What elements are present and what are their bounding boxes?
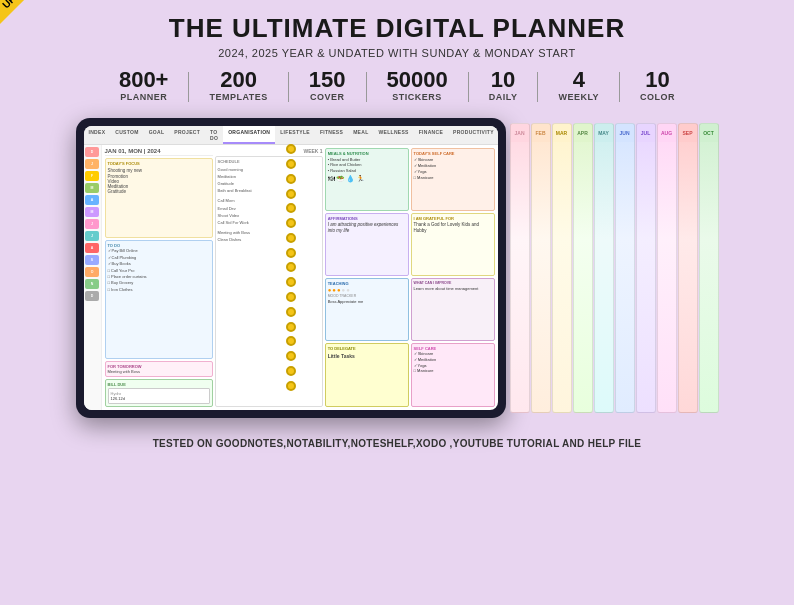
teaching-label: TEACHING: [328, 281, 406, 286]
subtitle: 2024, 2025 YEAR & UNDATED WITH SUNDAY & …: [0, 47, 794, 59]
stat-daily: 10 DAILY: [489, 69, 518, 102]
todo-item-7: □ Iron Clothes: [108, 287, 210, 293]
grateful-text: Thank a God for Lovely Kids and Hubby: [414, 222, 492, 235]
mood-text: Boss Appreciate me: [328, 299, 406, 304]
color-page-10: OCT: [699, 123, 719, 413]
sidebar-tag-feb[interactable]: F: [85, 171, 99, 181]
meal-icon-2: 🥗: [336, 175, 345, 183]
tab-project[interactable]: PROJECT: [169, 126, 205, 144]
stats-row: 800+ PLANNER 200 TEMPLATES 150 COVER 500…: [30, 69, 764, 102]
stat-stickers: 50000 STICKERS: [387, 69, 448, 102]
stat-weekly: 4 WEEKLY: [558, 69, 599, 102]
stat-color-number: 10: [645, 69, 669, 91]
planner-screen: INDEX CUSTOM GOAL PROJECT TO DO ORGANISA…: [84, 126, 498, 410]
self-care-label: TODAY'S SELF CARE: [414, 151, 492, 156]
stat-weekly-label: WEEKLY: [558, 93, 599, 102]
todo-items: ✓ Pay Bill Online ✓ Call Plumbing ✓ Buy …: [108, 248, 210, 293]
improve-section: WHAT CAN I IMPROVE Learn more about time…: [411, 278, 495, 341]
stat-planner-label: PLANNER: [120, 93, 167, 102]
color-page-7: JUL: [636, 123, 656, 413]
stat-divider-5: [537, 72, 538, 102]
color-page-4: APR: [573, 123, 593, 413]
care-b-4: □ Manicure: [414, 368, 492, 374]
improve-label: WHAT CAN I IMPROVE: [414, 281, 492, 285]
schedule-item-3: Gratitude: [218, 180, 320, 187]
sidebar-tag-sep[interactable]: S: [85, 255, 99, 265]
sidebar-tag-dec[interactable]: D: [85, 291, 99, 301]
mood-dots: ● ● ● ● ●: [328, 287, 406, 293]
grateful-section: I AM GRATEFUL FOR Thank a God for Lovely…: [411, 213, 495, 276]
sidebar-tag-apr[interactable]: A: [85, 195, 99, 205]
meal-icons: 🍽 🥗 💧 🏃: [328, 175, 406, 183]
stat-cover-number: 150: [309, 69, 346, 91]
tomorrow-section: FOR TOMORROW Meeting with Boss: [105, 361, 213, 377]
tab-fitness[interactable]: FITNESS: [315, 126, 348, 144]
todo-section: TO DO ✓ Pay Bill Online ✓ Call Plumbing …: [105, 240, 213, 358]
stat-divider-3: [366, 72, 367, 102]
color-pages-display: JAN FEB MAR: [510, 123, 719, 413]
stat-color-label: COLOR: [640, 93, 675, 102]
tab-productivity[interactable]: PRODUCTIVITY: [448, 126, 497, 144]
stat-divider-6: [619, 72, 620, 102]
tab-lifestyle[interactable]: LIFESTYLE: [275, 126, 315, 144]
tab-meal[interactable]: MEAL: [348, 126, 373, 144]
tab-custom[interactable]: CUSTOM: [110, 126, 143, 144]
meal-icon-1: 🍽: [328, 175, 335, 183]
updated-badge: UPDATED: [0, 0, 56, 25]
sidebar-tag-aug[interactable]: A: [85, 243, 99, 253]
sidebar-tag-jan[interactable]: J: [85, 159, 99, 169]
dot-4: ●: [342, 287, 346, 293]
care-4: □ Manicure: [414, 175, 492, 181]
affirmations-section: AFFIRMATIONS I am attracting positive ex…: [325, 213, 409, 276]
schedule-section: SCHEDULE Good morning Meditation Gratitu…: [215, 156, 323, 407]
schedule-item-1: Good morning: [218, 166, 320, 173]
sidebar-tag-mar[interactable]: M: [85, 183, 99, 193]
sidebar-tag-jun[interactable]: J: [85, 219, 99, 229]
sidebar-tag-oct[interactable]: O: [85, 267, 99, 277]
stat-divider-4: [468, 72, 469, 102]
schedule-label: SCHEDULE: [218, 159, 320, 164]
delegate-row: TO DELEGATE Little Tasks SELF CARE ✓ Ski…: [325, 343, 495, 406]
stat-planner: 800+ PLANNER: [119, 69, 169, 102]
color-page-3: MAR: [552, 123, 572, 413]
color-page-5: MAY: [594, 123, 614, 413]
tab-organisation[interactable]: ORGANISATION: [223, 126, 275, 144]
stat-templates: 200 TEMPLATES: [209, 69, 267, 102]
week-label: WEEK 1: [215, 148, 323, 154]
stat-divider-1: [188, 72, 189, 102]
tab-goal[interactable]: GOAL: [144, 126, 170, 144]
meal-icon-4: 🏃: [356, 175, 365, 183]
schedule-item-10: Clean Dishes: [218, 236, 320, 243]
affirmation-text: I am attracting positive experiences int…: [328, 222, 406, 235]
date-header: JAN 01, MON | 2024: [105, 148, 213, 156]
sidebar-tag-may[interactable]: M: [85, 207, 99, 217]
meal-icon-3: 💧: [346, 175, 355, 183]
improve-text: Learn more about time management: [414, 286, 492, 292]
planner-device: INDEX CUSTOM GOAL PROJECT TO DO ORGANISA…: [76, 118, 506, 418]
stat-cover: 150 COVER: [309, 69, 346, 102]
affirmations-row: AFFIRMATIONS I am attracting positive ex…: [325, 213, 495, 276]
tab-wellness[interactable]: WELLNESS: [374, 126, 414, 144]
stat-templates-label: TEMPLATES: [209, 93, 267, 102]
updated-badge-wrapper: UPDATED: [0, 0, 60, 60]
planner-main-content: JAN 01, MON | 2024 TODAY'S FOCUS Shootin…: [102, 145, 498, 410]
schedule-item-5: Call Mom: [218, 197, 320, 204]
sidebar-tag-nov[interactable]: N: [85, 279, 99, 289]
stat-daily-label: DAILY: [489, 93, 518, 102]
sidebar-tag-jul[interactable]: J: [85, 231, 99, 241]
tab-index[interactable]: INDEX: [84, 126, 111, 144]
tab-todo[interactable]: TO DO: [205, 126, 223, 144]
delegate-section: TO DELEGATE Little Tasks: [325, 343, 409, 406]
meal-3: • Russian Salad: [328, 168, 406, 174]
tab-finance[interactable]: FINANCE: [414, 126, 448, 144]
stat-daily-number: 10: [491, 69, 515, 91]
self-care-section: TODAY'S SELF CARE ✓ Skincare ✓ Meditatio…: [411, 148, 495, 211]
self-care-items: ✓ Skincare ✓ Meditation ✓ Yoga □ Manicur…: [414, 157, 492, 181]
bill-due-label: BILL DUE: [108, 382, 210, 387]
stat-cover-label: COVER: [310, 93, 345, 102]
bill-due-box: Hydro 126.12d: [108, 388, 210, 404]
dot-3: ●: [337, 287, 341, 293]
sidebar-tag-daily[interactable]: D: [85, 147, 99, 157]
schedule-item-2: Meditation: [218, 173, 320, 180]
self-care-bottom-items: ✓ Skincare ✓ Meditation ✓ Yoga □ Manicur…: [414, 351, 492, 373]
